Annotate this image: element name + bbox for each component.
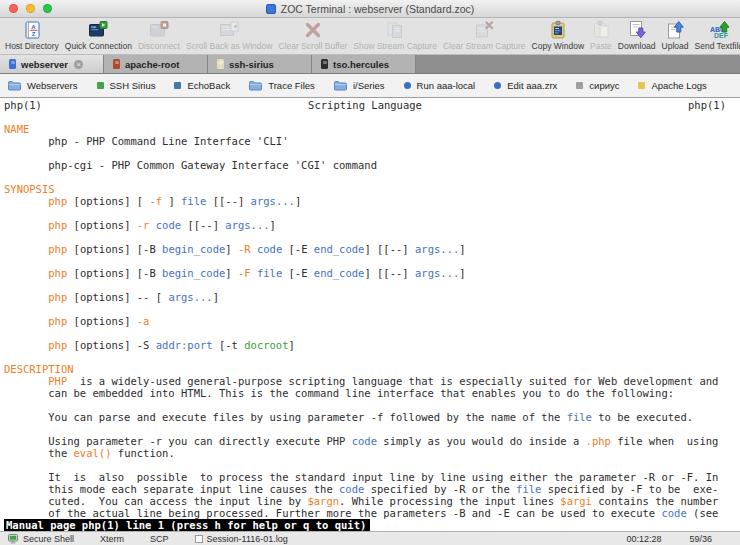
terminal-line [4, 303, 740, 315]
toolbar-button-label: Upload [662, 41, 689, 52]
terminal-line: php [options] -- [ args...] [4, 291, 740, 303]
tab-label: ssh-sirius [229, 59, 274, 70]
terminal-line [4, 111, 740, 123]
terminal-line: php [options] -a [4, 315, 740, 327]
square-icon [576, 82, 583, 89]
folder-icon [8, 80, 21, 91]
terminal-line: the eval() function. [4, 447, 740, 459]
quick-button-label: Webservers [27, 80, 78, 91]
terminal-line: php [options] [-B begin_code] -F file [-… [4, 267, 740, 279]
clear-stream-capture-icon [474, 19, 494, 41]
tab-apache-root[interactable]: apache-root [104, 55, 208, 73]
square-icon [97, 82, 104, 89]
upload-icon [665, 19, 685, 41]
toolbar-button-copy-window[interactable]: Copy Window [529, 19, 587, 52]
quick-button-trace-files[interactable]: Trace Files [249, 80, 315, 91]
terminal-screen[interactable]: php(1)Scripting Languagephp(1) NAME php … [0, 98, 740, 531]
terminal-line: DESCRIPTION [4, 363, 740, 375]
toolbar-button-label: Clear Scroll Buffer [278, 41, 347, 52]
terminal-line: php(1)Scripting Languagephp(1) [4, 99, 740, 111]
terminal-line [4, 399, 740, 411]
statusbar-emulation[interactable]: Xterm [100, 534, 124, 544]
folder-icon [334, 80, 347, 91]
window-title-area: ZOC Terminal : webserver (Standard.zoc) [0, 3, 740, 15]
download-icon [627, 19, 647, 41]
toolbar-button-label: Clear Stream Capture [443, 41, 526, 52]
toolbar-button-quick-connection[interactable]: Quick Connection [62, 19, 135, 52]
cursor-position: 59/36 [689, 534, 712, 544]
toolbar-button-label: Copy Window [532, 41, 584, 52]
quick-button-label: EchoBack [187, 80, 230, 91]
terminal-line: PHP is a widely-used general-purpose scr… [4, 375, 740, 387]
terminal-line: php [options] -r code [[--] args...] [4, 219, 740, 231]
quick-button-label: Run aaa-local [417, 80, 476, 91]
statusbar-right: 00:12:28 59/36 [626, 534, 732, 544]
toolbar-button-label: Quick Connection [65, 41, 132, 52]
disconnect-icon [149, 19, 169, 41]
quick-button-i-series[interactable]: i/Series [334, 80, 385, 91]
svg-text:DEF: DEF [714, 32, 729, 39]
terminal-line [4, 171, 740, 183]
toolbar-button-show-stream-capture: Show Stream Capture [350, 19, 440, 52]
svg-text:Z: Z [32, 31, 36, 37]
statusbar-log[interactable]: Session-1116-01.log [195, 534, 288, 544]
close-button[interactable] [9, 4, 18, 13]
quick-button-label: i/Series [353, 80, 385, 91]
session-timer: 00:12:28 [626, 534, 661, 544]
dot-icon [404, 82, 411, 89]
svg-text:A: A [31, 24, 36, 30]
toolbar-button-paste: Paste [587, 19, 615, 52]
window-title: ZOC Terminal : webserver (Standard.zoc) [281, 3, 475, 15]
quick-button-label: SSH Sirius [110, 80, 156, 91]
quick-button-bar: WebserversSSH SiriusEchoBackTrace Filesi… [0, 74, 740, 98]
toolbar-button-upload[interactable]: Upload [659, 19, 692, 52]
zoc-terminal-window: ZOC Terminal : webserver (Standard.zoc) … [0, 0, 740, 545]
quick-button-edit-aaa-zrx[interactable]: Edit aaa.zrx [494, 80, 557, 91]
terminal-line [4, 255, 740, 267]
quick-button-echoback[interactable]: EchoBack [174, 80, 230, 91]
tab-webserver[interactable]: webserver× [0, 55, 104, 73]
quick-button-webservers[interactable]: Webservers [8, 80, 78, 91]
terminal-line [4, 207, 740, 219]
toolbar-button-clear-stream-capture: Clear Stream Capture [440, 19, 529, 52]
statusbar-transfer[interactable]: SCP [150, 534, 169, 544]
quick-button-run-aaa-local[interactable]: Run aaa-local [404, 80, 476, 91]
secure-shell-icon [8, 534, 19, 544]
toolbar-button-label: Send Textfile [695, 41, 740, 52]
toolbar-button-label: Show Stream Capture [353, 41, 437, 52]
terminal-line: php-cgi - PHP Common Gateway Interface '… [4, 159, 740, 171]
toolbar-button-host-directory[interactable]: AZHost Directory [2, 19, 62, 52]
tab-ssh-sirius[interactable]: ssh-sirius [208, 55, 312, 73]
titlebar: ZOC Terminal : webserver (Standard.zoc) [0, 0, 740, 18]
terminal-line: php - PHP Command Line Interface 'CLI' [4, 135, 740, 147]
tab-label: webserver [21, 59, 68, 70]
scrollback-window-icon [219, 19, 239, 41]
toolbar-button-send-textfile[interactable]: ABCDEFSend Textfile [692, 19, 740, 52]
window-controls [9, 4, 52, 13]
zoom-button[interactable] [43, 4, 52, 13]
terminal-line: php [options] -S addr:port [-t docroot] [4, 339, 740, 351]
log-checkbox[interactable] [195, 535, 203, 543]
statusbar-connection[interactable]: Secure Shell [8, 534, 74, 544]
square-icon [638, 82, 645, 89]
terminal-line: SYNOPSIS [4, 183, 740, 195]
clear-scroll-buffer-icon [303, 19, 323, 41]
terminal-line: can be embedded into HTML. This is the c… [4, 387, 740, 399]
quick-button-apache-logs[interactable]: Apache Logs [638, 80, 706, 91]
terminal-line: php [options] [ -f ] file [[--] args...] [4, 195, 740, 207]
close-tab-icon[interactable]: × [74, 60, 83, 69]
terminal-line: Manual page php(1) line 1 (press h for h… [4, 519, 740, 531]
toolbar-items: AZHost DirectoryQuick ConnectionDisconne… [2, 19, 740, 52]
toolbar-button-download[interactable]: Download [615, 19, 659, 52]
quick-button-label: Edit aaa.zrx [507, 80, 557, 91]
tab-tso-hercules[interactable]: tso.hercules [312, 55, 416, 73]
terminal-line: cuted. You can access the input line by … [4, 495, 740, 507]
terminal-line: NAME [4, 123, 740, 135]
quick-button-сириус[interactable]: сириус [576, 80, 619, 91]
toolbar-button-label: Scroll Back as Window [186, 41, 272, 52]
tab-label: tso.hercules [333, 59, 389, 70]
minimize-button[interactable] [26, 4, 35, 13]
quick-button-ssh-sirius[interactable]: SSH Sirius [97, 80, 156, 91]
terminal-line: Using parameter -r you can directly exec… [4, 435, 740, 447]
terminal-line [4, 459, 740, 471]
